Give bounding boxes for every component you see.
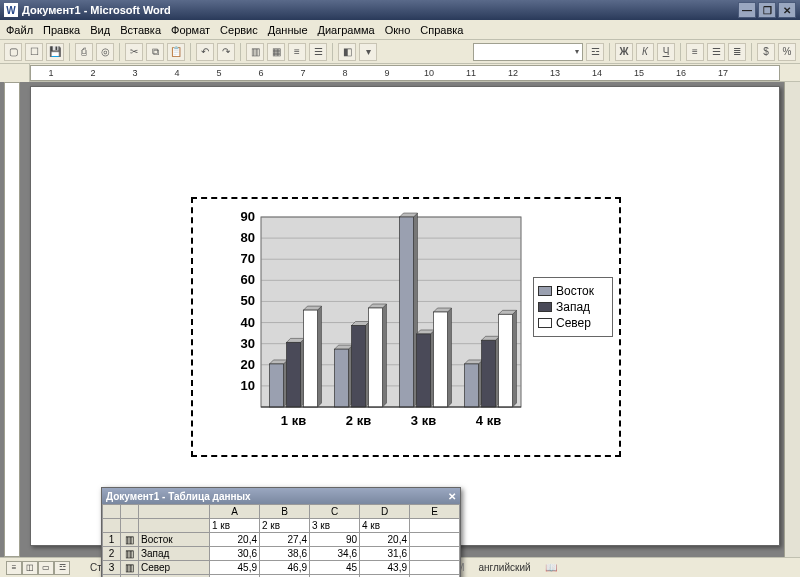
legend-north: Север: [556, 316, 591, 330]
svg-text:10: 10: [241, 378, 255, 393]
titlebar: W Документ1 - Microsoft Word — ❐ ✕: [0, 0, 800, 20]
document-area: 1020304050607080901 кв2 кв3 кв4 кв Восто…: [0, 82, 800, 557]
maximize-button[interactable]: ❐: [758, 2, 776, 18]
svg-rect-54: [482, 340, 496, 407]
menu-file[interactable]: Файл: [6, 24, 33, 36]
vertical-ruler[interactable]: [4, 82, 20, 557]
svg-rect-57: [499, 314, 513, 407]
svg-text:3 кв: 3 кв: [411, 413, 436, 428]
bold-icon[interactable]: Ж: [615, 43, 633, 61]
chart-area-combo[interactable]: ▾: [473, 43, 583, 61]
legend-west: Запад: [556, 300, 590, 314]
menu-format[interactable]: Формат: [171, 24, 210, 36]
svg-text:70: 70: [241, 251, 255, 266]
align-right-icon[interactable]: ≣: [728, 43, 746, 61]
undo-icon[interactable]: ↶: [196, 43, 214, 61]
datasheet-grid[interactable]: ABCDE1 кв2 кв3 кв4 кв1▥Восток20,427,4902…: [102, 504, 460, 577]
view-normal-icon[interactable]: ≡: [6, 561, 22, 575]
open-icon[interactable]: ☐: [25, 43, 43, 61]
horizontal-ruler[interactable]: 1234567891011121314151617: [30, 65, 780, 81]
svg-text:1 кв: 1 кв: [281, 413, 306, 428]
underline-icon[interactable]: Ч: [657, 43, 675, 61]
menu-insert[interactable]: Вставка: [120, 24, 161, 36]
svg-text:50: 50: [241, 293, 255, 308]
menu-data[interactable]: Данные: [268, 24, 308, 36]
format-obj-icon[interactable]: ☲: [586, 43, 604, 61]
svg-text:20: 20: [241, 357, 255, 372]
svg-rect-47: [434, 312, 448, 407]
chart-legend[interactable]: Восток Запад Север: [533, 277, 613, 337]
align-center-icon[interactable]: ☰: [707, 43, 725, 61]
svg-rect-37: [369, 308, 383, 407]
close-button[interactable]: ✕: [778, 2, 796, 18]
ruler-row: 1234567891011121314151617: [0, 64, 800, 82]
preview-icon[interactable]: ◎: [96, 43, 114, 61]
italic-icon[interactable]: К: [636, 43, 654, 61]
status-lang: английский: [478, 562, 530, 573]
cut-icon[interactable]: ✂: [125, 43, 143, 61]
svg-rect-31: [335, 349, 349, 407]
chart-type-icon[interactable]: ▥: [246, 43, 264, 61]
view-print-icon[interactable]: ▭: [38, 561, 54, 575]
svg-rect-21: [270, 364, 284, 407]
svg-rect-44: [417, 334, 431, 407]
svg-rect-51: [465, 364, 479, 407]
svg-marker-55: [513, 310, 517, 407]
percent-icon[interactable]: %: [778, 43, 796, 61]
svg-text:90: 90: [241, 209, 255, 224]
menu-chart[interactable]: Диаграмма: [318, 24, 375, 36]
view-web-icon[interactable]: ◫: [22, 561, 38, 575]
svg-rect-24: [287, 342, 301, 407]
menubar: Файл Правка Вид Вставка Формат Сервис Да…: [0, 20, 800, 40]
svg-marker-35: [383, 304, 387, 407]
svg-text:2 кв: 2 кв: [346, 413, 371, 428]
align-left-icon[interactable]: ≡: [686, 43, 704, 61]
status-book-icon[interactable]: 📖: [545, 562, 557, 573]
svg-rect-34: [352, 326, 366, 407]
more-icon[interactable]: ▾: [359, 43, 377, 61]
svg-text:40: 40: [241, 315, 255, 330]
svg-text:30: 30: [241, 336, 255, 351]
datasheet-close-icon[interactable]: ✕: [448, 491, 456, 502]
svg-text:60: 60: [241, 272, 255, 287]
standard-toolbar: ▢ ☐ 💾 ⎙ ◎ ✂ ⧉ 📋 ↶ ↷ ▥ ▦ ≡ ☰ ◧ ▾ ▾ ☲ Ж К …: [0, 40, 800, 64]
copy-icon[interactable]: ⧉: [146, 43, 164, 61]
paste-icon[interactable]: 📋: [167, 43, 185, 61]
vertical-scrollbar[interactable]: [784, 82, 800, 557]
word-app-icon: W: [4, 3, 18, 17]
svg-text:4 кв: 4 кв: [476, 413, 501, 428]
save-icon[interactable]: 💾: [46, 43, 64, 61]
currency-icon[interactable]: $: [757, 43, 775, 61]
menu-window[interactable]: Окно: [385, 24, 411, 36]
svg-text:80: 80: [241, 230, 255, 245]
fill-icon[interactable]: ◧: [338, 43, 356, 61]
chart-object[interactable]: 1020304050607080901 кв2 кв3 кв4 кв Восто…: [191, 197, 621, 457]
menu-view[interactable]: Вид: [90, 24, 110, 36]
datasheet-window[interactable]: Документ1 - Таблица данных ✕ ABCDE1 кв2 …: [101, 487, 461, 577]
print-icon[interactable]: ⎙: [75, 43, 93, 61]
new-doc-icon[interactable]: ▢: [4, 43, 22, 61]
menu-tools[interactable]: Сервис: [220, 24, 258, 36]
menu-help[interactable]: Справка: [420, 24, 463, 36]
redo-icon[interactable]: ↷: [217, 43, 235, 61]
svg-rect-27: [304, 310, 318, 407]
menu-edit[interactable]: Правка: [43, 24, 80, 36]
page: 1020304050607080901 кв2 кв3 кв4 кв Восто…: [30, 86, 780, 546]
svg-rect-41: [400, 217, 414, 407]
svg-marker-45: [448, 308, 452, 407]
svg-marker-25: [318, 306, 322, 407]
legend-east: Восток: [556, 284, 594, 298]
window-title: Документ1 - Microsoft Word: [22, 4, 171, 16]
datasheet-title[interactable]: Документ1 - Таблица данных ✕: [102, 488, 460, 504]
by-col-icon[interactable]: ☰: [309, 43, 327, 61]
view-outline-icon[interactable]: ☲: [54, 561, 70, 575]
table-icon[interactable]: ▦: [267, 43, 285, 61]
minimize-button[interactable]: —: [738, 2, 756, 18]
by-row-icon[interactable]: ≡: [288, 43, 306, 61]
